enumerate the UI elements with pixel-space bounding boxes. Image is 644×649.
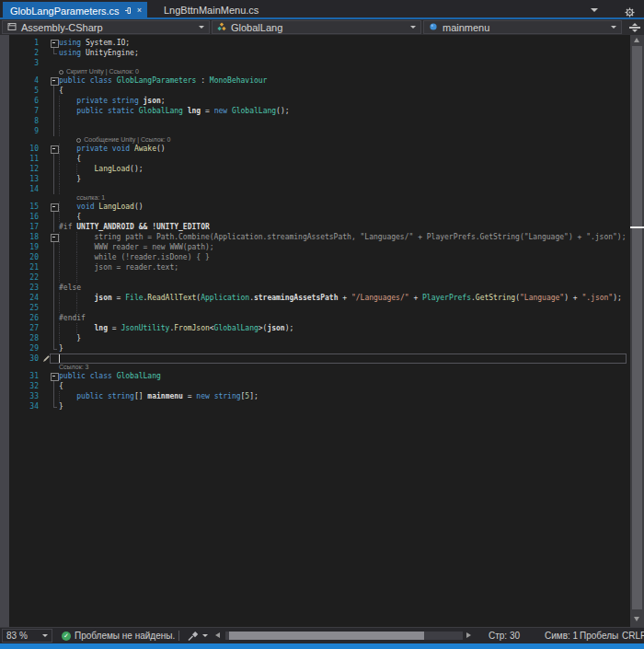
line-number[interactable]: 30 xyxy=(9,353,42,364)
line-number[interactable]: 33 xyxy=(9,391,42,401)
code-text[interactable]: json = reader.text; xyxy=(59,262,630,272)
project-dropdown[interactable]: Assembly-CSharp xyxy=(2,20,210,34)
health-check-icon[interactable]: ✓ xyxy=(62,632,71,641)
cursor-char-indicator[interactable]: Симв: 1 xyxy=(545,631,578,641)
code-line[interactable]: 2using UnityEngine; xyxy=(0,48,630,58)
line-number[interactable]: 27 xyxy=(9,323,42,333)
code-line[interactable]: 25 xyxy=(0,303,630,313)
line-number[interactable]: 1 xyxy=(9,38,42,48)
code-line[interactable]: 8 xyxy=(0,116,630,126)
code-text[interactable]: } xyxy=(59,401,630,411)
code-line[interactable]: 31public class GlobalLang xyxy=(0,371,630,381)
fold-margin[interactable] xyxy=(50,202,59,212)
code-text[interactable]: private string json; xyxy=(59,96,630,106)
code-line[interactable]: 28 } xyxy=(0,333,630,343)
split-editor-icon[interactable] xyxy=(628,21,641,33)
code-text[interactable] xyxy=(59,353,630,364)
code-text[interactable] xyxy=(59,184,630,194)
code-line[interactable]: 33 public string[] mainmenu = new string… xyxy=(0,391,630,401)
code-line[interactable]: 3 xyxy=(0,58,630,68)
fold-margin[interactable] xyxy=(50,232,59,242)
fold-margin[interactable] xyxy=(50,75,59,86)
line-number[interactable]: 22 xyxy=(9,272,42,283)
pin-icon[interactable] xyxy=(124,6,132,15)
line-number[interactable]: 15 xyxy=(9,202,42,212)
code-line[interactable]: 14 xyxy=(0,184,630,194)
code-text[interactable]: } xyxy=(59,333,630,343)
code-text[interactable]: void LangLoad() xyxy=(59,202,630,212)
code-line[interactable]: 12 LangLoad(); xyxy=(0,164,630,174)
line-number[interactable]: 2 xyxy=(9,48,42,58)
codelens-annotation[interactable]: Ссылок: 3 xyxy=(0,364,630,371)
line-number[interactable]: 25 xyxy=(9,303,42,313)
code-line[interactable]: 15 void LangLoad() xyxy=(0,202,630,212)
code-line[interactable]: 7 public static GlobalLang lng = new Glo… xyxy=(0,106,630,116)
codelens-annotation[interactable]: Скрипт Unity | Ссылок: 0 xyxy=(0,68,630,75)
line-number[interactable]: 9 xyxy=(9,126,42,136)
code-line[interactable]: 18 string path = Path.Combine(Applicatio… xyxy=(0,232,630,242)
line-number[interactable]: 11 xyxy=(9,154,42,164)
member-dropdown[interactable]: mainmenu xyxy=(423,20,622,34)
code-line[interactable]: 17#if UNITY_ANDROID && !UNITY_EDITOR xyxy=(0,222,630,232)
code-editor[interactable]: 1using System.IO;2using UnityEngine;3Скр… xyxy=(0,35,644,627)
line-number[interactable]: 21 xyxy=(9,262,42,272)
code-cleanup-broom-icon[interactable] xyxy=(187,631,199,643)
code-line[interactable]: 24 json = File.ReadAllText(Application.s… xyxy=(0,293,630,303)
vertical-scrollbar-thumb[interactable] xyxy=(632,46,642,609)
code-line[interactable]: 16 { xyxy=(0,212,630,222)
line-number[interactable]: 8 xyxy=(9,116,42,126)
code-text[interactable] xyxy=(59,126,630,136)
code-line[interactable]: 27 lng = JsonUtility.FromJson<GlobalLang… xyxy=(0,323,630,333)
code-line[interactable]: 4public class GlobLangParameters : MonoB… xyxy=(0,75,630,86)
horizontal-scrollbar[interactable] xyxy=(225,632,463,640)
code-text[interactable]: #endif xyxy=(59,313,630,323)
code-text[interactable]: LangLoad(); xyxy=(59,164,630,174)
code-text[interactable]: #if UNITY_ANDROID && !UNITY_EDITOR xyxy=(59,222,630,232)
code-line[interactable]: 34} xyxy=(0,401,630,411)
code-text[interactable]: using System.IO; xyxy=(59,38,630,48)
code-text[interactable]: while (!reader.isDone) { } xyxy=(59,252,630,262)
tab-overflow-chevron-down-icon[interactable] xyxy=(591,8,598,12)
code-text[interactable] xyxy=(59,116,630,126)
scroll-left-icon[interactable] xyxy=(215,632,220,638)
codelens-annotation[interactable]: ссылка: 1 xyxy=(0,194,630,202)
line-number[interactable]: 32 xyxy=(9,381,42,391)
line-number[interactable]: 4 xyxy=(9,75,42,86)
line-number[interactable]: 24 xyxy=(9,293,42,303)
health-status-text[interactable]: Проблемы не найдены. xyxy=(75,631,175,641)
code-line[interactable]: 13 } xyxy=(0,174,630,184)
line-number[interactable]: 19 xyxy=(9,242,42,252)
code-text[interactable]: { xyxy=(59,381,630,391)
code-text[interactable]: lng = JsonUtility.FromJson<GlobalLang>(j… xyxy=(59,323,630,333)
code-line[interactable]: 32{ xyxy=(0,381,630,391)
line-number[interactable]: 7 xyxy=(9,106,42,116)
fold-margin[interactable] xyxy=(50,38,59,48)
indentation-indicator[interactable]: Пробелы xyxy=(580,631,618,641)
code-text[interactable]: { xyxy=(59,86,630,96)
close-icon[interactable]: × xyxy=(137,6,142,15)
line-number[interactable]: 3 xyxy=(9,58,42,68)
scroll-down-icon[interactable] xyxy=(634,617,639,621)
line-number[interactable]: 31 xyxy=(9,371,42,381)
fold-margin[interactable] xyxy=(50,144,59,154)
type-dropdown[interactable]: GlobalLang xyxy=(212,20,421,34)
code-line[interactable]: 20 while (!reader.isDone) { } xyxy=(0,252,630,262)
line-number[interactable]: 16 xyxy=(9,212,42,222)
tab-lngbttnmainmenu[interactable]: LngBttnMainMenu.cs xyxy=(155,2,268,17)
code-text[interactable]: json = File.ReadAllText(Application.stre… xyxy=(59,293,630,303)
code-text[interactable]: public class GlobalLang xyxy=(59,371,630,381)
line-number[interactable]: 10 xyxy=(9,144,42,154)
code-line[interactable]: 23#else xyxy=(0,283,630,293)
code-text[interactable]: WWW reader = new WWW(path); xyxy=(59,242,630,252)
code-text[interactable]: public class GlobLangParameters : MonoBe… xyxy=(59,75,630,86)
code-line[interactable]: 11 { xyxy=(0,154,630,164)
code-text[interactable] xyxy=(59,272,630,283)
code-text[interactable]: { xyxy=(59,212,630,222)
line-number[interactable]: 18 xyxy=(9,232,42,242)
horizontal-scrollbar-thumb[interactable] xyxy=(229,632,424,640)
code-text[interactable]: public string[] mainmenu = new string[5]… xyxy=(59,391,630,401)
code-text[interactable] xyxy=(59,58,630,68)
line-number[interactable]: 12 xyxy=(9,164,42,174)
code-line[interactable]: 6 private string json; xyxy=(0,96,630,106)
fold-margin[interactable] xyxy=(50,371,59,381)
